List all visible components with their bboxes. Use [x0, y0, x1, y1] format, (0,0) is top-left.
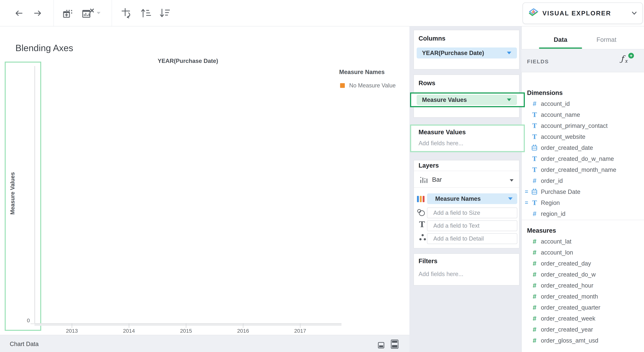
field-name: order_created_day	[541, 260, 591, 267]
field-type-icon	[531, 166, 538, 174]
field-list-item[interactable]: = Region	[521, 197, 644, 208]
pill-label: Measure Values	[422, 96, 467, 103]
field-list-item[interactable]: order_created_day	[521, 258, 644, 269]
columns-pill-year-purchase-date[interactable]: YEAR(Purchase Date)	[417, 48, 517, 58]
field-list-item[interactable]: region_id	[521, 208, 644, 219]
field-name: order_created_year	[541, 326, 593, 333]
field-list-item[interactable]: order_created_week	[521, 313, 644, 324]
field-type-icon	[531, 260, 538, 268]
field-name: order_created_month	[541, 293, 598, 300]
measures-header: Measures	[527, 227, 556, 234]
x-axis-tick-label: 2016	[237, 328, 249, 334]
field-list-item[interactable]: order_created_date	[521, 142, 644, 153]
field-list-item[interactable]: order_created_do_w_name	[521, 153, 644, 164]
x-axis-tick-label: 2013	[66, 328, 78, 334]
expand-panel-icon[interactable]	[391, 340, 398, 349]
filters-title: Filters	[418, 258, 438, 264]
size-encoding-icon	[417, 208, 425, 217]
field-type-icon	[531, 270, 538, 278]
rows-pill-measure-values[interactable]: Measure Values	[417, 95, 517, 105]
bar-chart-type-icon	[420, 175, 428, 183]
field-name: order_created_do_w	[541, 271, 596, 278]
add-calculated-field-icon[interactable]: ƒ x +	[621, 54, 638, 65]
color-pill-measure-names[interactable]: Measure Names	[427, 193, 517, 204]
clear-chart-caret-icon[interactable]	[96, 11, 101, 15]
field-list-item[interactable]: order_created_year	[521, 324, 644, 335]
color-encoding-icon	[417, 195, 426, 203]
pill-caret-icon[interactable]	[507, 52, 511, 54]
field-list-item[interactable]: account_id	[521, 98, 644, 109]
field-name: order_id	[541, 178, 563, 184]
x-axis-tick-label: 2017	[294, 328, 306, 334]
legend-item-label: No Measure Value	[349, 82, 396, 89]
pill-label: Measure Names	[435, 196, 481, 202]
pill-caret-icon[interactable]	[508, 198, 512, 200]
field-list-item[interactable]: order_created_quarter	[521, 302, 644, 313]
back-arrow-icon[interactable]	[14, 8, 24, 18]
x-axis-tick-mark	[300, 323, 300, 328]
clear-chart-icon[interactable]	[82, 8, 94, 18]
measures-list: account_lat account_lon order_created_da…	[521, 236, 644, 346]
field-type-icon	[531, 238, 538, 246]
chart-data-label: Chart Data	[10, 341, 39, 348]
divider	[414, 171, 519, 171]
y-axis-tick-mark	[30, 324, 34, 324]
field-list-item[interactable]: account_primary_contact	[521, 120, 644, 131]
tab-format[interactable]: Format	[587, 36, 626, 43]
field-type-icon	[531, 188, 538, 196]
field-name: order_created_month_name	[541, 166, 616, 173]
field-list-item[interactable]: order_id	[521, 175, 644, 186]
pill-label: YEAR(Purchase Date)	[422, 50, 484, 56]
field-list-item[interactable]: order_created_do_w	[521, 269, 644, 280]
y-axis-title: Measure Values	[9, 172, 16, 214]
pill-caret-icon[interactable]	[507, 98, 511, 101]
x-axis-tick-mark	[243, 323, 244, 328]
field-list-item[interactable]: account_name	[521, 109, 644, 120]
text-field-input[interactable]: Add a field to Text	[427, 220, 517, 231]
field-type-icon	[531, 111, 538, 119]
field-list-item[interactable]: account_lat	[521, 236, 644, 247]
field-name: order_created_hour	[541, 282, 593, 289]
y-axis-tick-label: 0	[17, 318, 30, 324]
sort-ascending-icon[interactable]	[140, 8, 152, 18]
x-axis-line	[34, 323, 342, 326]
tab-data[interactable]: Data	[541, 36, 580, 43]
dimensions-list: account_id account_name account_primary_…	[521, 98, 644, 219]
field-list-item[interactable]: account_lon	[521, 247, 644, 258]
field-type-icon	[531, 314, 538, 322]
size-field-input[interactable]: Add a field to Size	[427, 208, 517, 218]
field-list-item[interactable]: order_gloss_amt_usd	[521, 335, 644, 346]
duplicate-chart-icon[interactable]	[62, 8, 73, 18]
field-list-item[interactable]: order_created_month_name	[521, 164, 644, 175]
field-list-item[interactable]: order_created_month	[521, 291, 644, 302]
visual-explorer-app: VISUAL EXPLORER Blending Axes Measure Va…	[0, 0, 644, 352]
legend-item[interactable]: No Measure Value	[340, 82, 396, 89]
app-switcher-button[interactable]: VISUAL EXPLORER	[522, 2, 643, 24]
text-encoding-icon: T	[418, 220, 426, 229]
x-axis-tick-mark	[72, 323, 72, 328]
field-type-icon	[531, 282, 538, 290]
legend-title: Measure Names	[339, 69, 384, 76]
field-name: order_created_date	[541, 144, 593, 151]
field-name: account_lon	[541, 249, 573, 256]
legend: No Measure Value	[340, 82, 396, 89]
field-name: account_primary_contact	[541, 122, 608, 129]
detail-field-input[interactable]: Add a field to Detail	[427, 233, 517, 244]
field-list-item[interactable]: = Purchase Date	[521, 186, 644, 197]
field-list-item[interactable]: order_created_hour	[521, 280, 644, 291]
field-list-item[interactable]: account_website	[521, 131, 644, 142]
mark-type-caret-icon[interactable]	[510, 179, 514, 182]
field-name: order_created_quarter	[541, 304, 600, 311]
swap-axes-icon[interactable]	[120, 8, 132, 19]
toolbar-separator	[112, 0, 112, 26]
toolbar-separator	[54, 0, 54, 26]
x-axis-tick-label: 2014	[123, 328, 135, 334]
collapse-panel-icon[interactable]	[378, 342, 384, 348]
forward-arrow-icon[interactable]	[33, 8, 43, 18]
text-placeholder: Add a field to Text	[433, 222, 480, 229]
field-type-icon	[531, 326, 538, 334]
x-axis-tick-mark	[186, 323, 186, 328]
mark-type-label[interactable]: Bar	[432, 176, 442, 183]
sort-descending-icon[interactable]	[159, 8, 170, 18]
field-type-icon	[531, 210, 538, 218]
